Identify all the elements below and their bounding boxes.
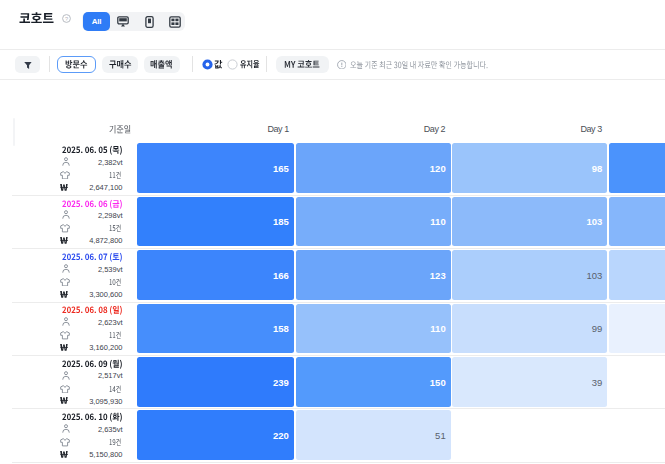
svg-text:?: ?: [64, 15, 67, 21]
